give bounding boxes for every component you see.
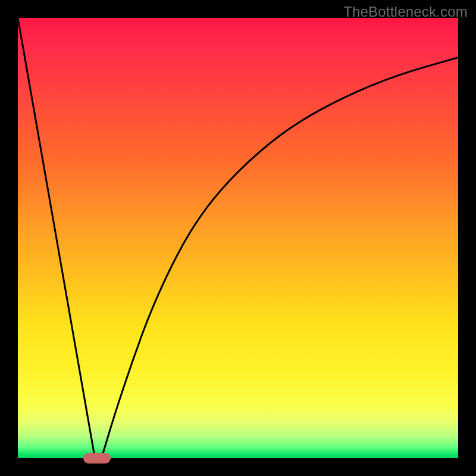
curve-right-segment: [102, 58, 458, 458]
plot-area: [18, 18, 458, 458]
bottleneck-curve: [18, 18, 458, 458]
chart-frame: TheBottleneck.com: [0, 0, 476, 476]
curve-group: [18, 18, 458, 458]
curve-left-segment: [18, 18, 95, 458]
minimum-marker: [83, 453, 111, 464]
